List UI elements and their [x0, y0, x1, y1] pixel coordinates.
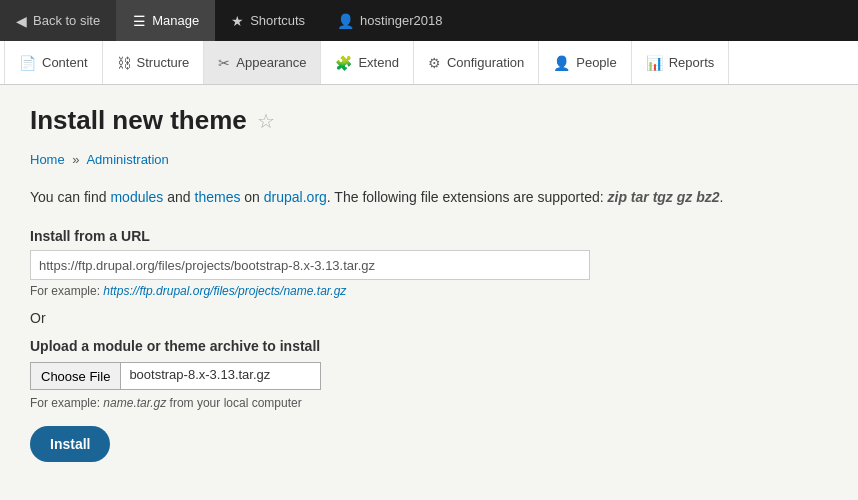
drupal-link[interactable]: drupal.org: [264, 189, 327, 205]
file-input-wrapper: Choose File bootstrap-8.x-3.13.tar.gz: [30, 362, 828, 390]
breadcrumb-admin[interactable]: Administration: [86, 152, 168, 167]
url-example-link[interactable]: https://ftp.drupal.org/files/projects/na…: [103, 284, 346, 298]
appearance-icon: ✂: [218, 55, 230, 71]
upload-example-file: name.tar.gz: [103, 396, 166, 410]
shortcuts-label: Shortcuts: [250, 13, 305, 28]
upload-label: Upload a module or theme archive to inst…: [30, 338, 828, 354]
themes-link[interactable]: themes: [195, 189, 241, 205]
favorite-icon[interactable]: ☆: [257, 109, 275, 133]
install-url-label: Install from a URL: [30, 228, 828, 244]
structure-label: Structure: [137, 55, 190, 70]
nav-item-extend[interactable]: 🧩 Extend: [321, 41, 413, 84]
upload-example-suffix: from your local computer: [166, 396, 301, 410]
info-text-after: . The following file extensions are supp…: [327, 189, 608, 205]
configuration-label: Configuration: [447, 55, 524, 70]
people-label: People: [576, 55, 616, 70]
manage-label: Manage: [152, 13, 199, 28]
nav-item-content[interactable]: 📄 Content: [4, 41, 103, 84]
page-title: Install new theme: [30, 105, 247, 136]
structure-icon: ⛓: [117, 55, 131, 71]
or-divider: Or: [30, 310, 828, 326]
main-content: Install new theme ☆ Home » Administratio…: [0, 85, 858, 492]
shortcuts-btn[interactable]: ★ Shortcuts: [215, 0, 321, 41]
second-nav: 📄 Content ⛓ Structure ✂ Appearance 🧩 Ext…: [0, 41, 858, 85]
configuration-icon: ⚙: [428, 55, 441, 71]
breadcrumb-separator: »: [72, 152, 79, 167]
content-label: Content: [42, 55, 88, 70]
install-button[interactable]: Install: [30, 426, 110, 462]
star-icon: ★: [231, 13, 244, 29]
extend-icon: 🧩: [335, 55, 352, 71]
nav-item-reports[interactable]: 📊 Reports: [632, 41, 730, 84]
breadcrumb-home[interactable]: Home: [30, 152, 65, 167]
file-name-display: bootstrap-8.x-3.13.tar.gz: [121, 362, 321, 390]
nav-item-structure[interactable]: ⛓ Structure: [103, 41, 205, 84]
appearance-label: Appearance: [236, 55, 306, 70]
page-title-section: Install new theme ☆: [30, 105, 828, 136]
upload-example-text: For example: name.tar.gz from your local…: [30, 396, 828, 410]
nav-item-appearance[interactable]: ✂ Appearance: [204, 41, 321, 84]
user-icon: 👤: [337, 13, 354, 29]
back-arrow-icon: ◀: [16, 13, 27, 29]
modules-link[interactable]: modules: [110, 189, 163, 205]
info-text-and: and: [163, 189, 194, 205]
url-example-prefix: For example:: [30, 284, 103, 298]
info-text-before: You can find: [30, 189, 110, 205]
people-icon: 👤: [553, 55, 570, 71]
url-input[interactable]: [30, 250, 590, 280]
breadcrumb: Home » Administration: [30, 152, 828, 167]
extend-label: Extend: [358, 55, 398, 70]
extensions-text: zip tar tgz gz bz2: [608, 189, 720, 205]
upload-example-prefix: For example:: [30, 396, 103, 410]
back-to-site-label: Back to site: [33, 13, 100, 28]
content-icon: 📄: [19, 55, 36, 71]
top-nav: ◀ Back to site ☰ Manage ★ Shortcuts 👤 ho…: [0, 0, 858, 41]
info-text: You can find modules and themes on drupa…: [30, 187, 828, 208]
url-example-text: For example: https://ftp.drupal.org/file…: [30, 284, 828, 298]
user-label: hostinger2018: [360, 13, 442, 28]
nav-item-configuration[interactable]: ⚙ Configuration: [414, 41, 539, 84]
info-text-on: on: [240, 189, 263, 205]
back-to-site-btn[interactable]: ◀ Back to site: [0, 0, 117, 41]
nav-item-people[interactable]: 👤 People: [539, 41, 631, 84]
user-btn[interactable]: 👤 hostinger2018: [321, 0, 458, 41]
reports-icon: 📊: [646, 55, 663, 71]
reports-label: Reports: [669, 55, 715, 70]
manage-btn[interactable]: ☰ Manage: [117, 0, 215, 41]
menu-icon: ☰: [133, 13, 146, 29]
choose-file-button[interactable]: Choose File: [30, 362, 121, 390]
